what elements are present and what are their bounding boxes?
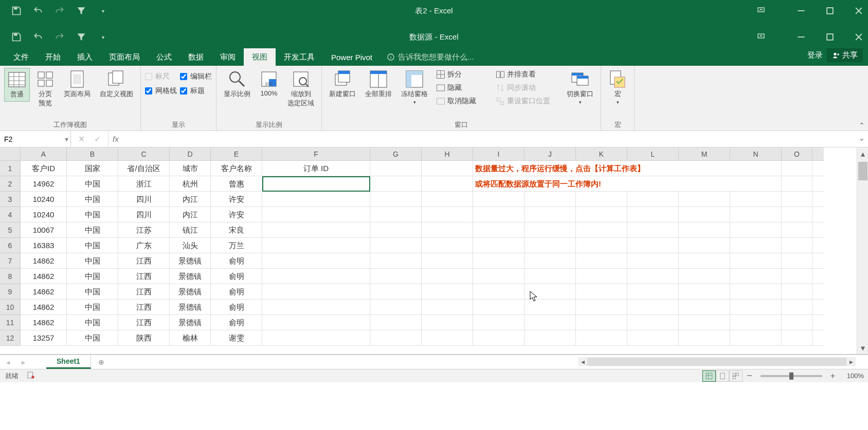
col-header[interactable]: G xyxy=(370,147,422,161)
cell[interactable]: 许安 xyxy=(211,192,262,207)
page-break-preview-button[interactable]: 分页 预览 xyxy=(33,68,58,110)
cell[interactable]: 俞明 xyxy=(211,269,262,284)
col-header[interactable]: F xyxy=(262,147,370,161)
new-window-button[interactable]: 新建窗口 xyxy=(326,68,359,101)
unhide-button[interactable]: 取消隐藏 xyxy=(434,96,491,107)
cell[interactable]: 镇江 xyxy=(170,222,211,238)
cell[interactable]: 江西 xyxy=(118,253,170,269)
zoom-in-button[interactable]: + xyxy=(830,371,835,381)
cell[interactable] xyxy=(262,238,370,253)
undo-icon[interactable] xyxy=(33,32,43,42)
tab-insert[interactable]: 插入 xyxy=(69,48,101,66)
ribbon-toggle-icon[interactable] xyxy=(757,32,765,42)
cell[interactable]: 广东 xyxy=(118,238,170,253)
cell[interactable]: 中国 xyxy=(67,330,118,346)
row-header[interactable]: 7 xyxy=(0,253,21,269)
hide-button[interactable]: 隐藏 xyxy=(434,82,491,94)
col-header[interactable]: A xyxy=(21,147,67,161)
cell[interactable]: 景德镇 xyxy=(170,269,211,284)
maximize-icon[interactable] xyxy=(825,6,835,16)
cell[interactable]: 订单 ID xyxy=(262,161,370,176)
cell[interactable]: 俞明 xyxy=(211,300,262,315)
cell[interactable]: 曾惠 xyxy=(211,176,262,192)
scroll-up-icon[interactable]: ▴ xyxy=(857,148,868,159)
tab-view[interactable]: 视图 xyxy=(244,48,276,66)
formula-bar-checkbox[interactable]: 编辑栏 xyxy=(180,72,212,81)
tab-file[interactable]: 文件 xyxy=(5,48,37,66)
spreadsheet-grid[interactable]: ABCDEFGHIJKLMNO1客户ID国家省/自治区城市客户名称订单 ID数据… xyxy=(0,147,868,354)
cell[interactable]: 客户名称 xyxy=(211,161,262,176)
tab-power-pivot[interactable]: Power Pivot xyxy=(323,48,381,66)
maximize-icon[interactable] xyxy=(825,32,835,42)
col-header[interactable]: C xyxy=(118,147,170,161)
cell[interactable]: 内江 xyxy=(170,192,211,207)
scroll-down-icon[interactable]: ▾ xyxy=(857,343,868,353)
cell[interactable]: 俞明 xyxy=(211,315,262,330)
cell[interactable]: 内江 xyxy=(170,207,211,222)
cell[interactable]: 中国 xyxy=(67,284,118,300)
cell[interactable]: 俞明 xyxy=(211,284,262,300)
cell[interactable]: 中国 xyxy=(67,300,118,315)
cell[interactable]: 14862 xyxy=(21,253,67,269)
scroll-thumb[interactable] xyxy=(858,162,867,180)
cell[interactable] xyxy=(262,192,370,207)
fx-icon[interactable]: fx xyxy=(109,131,123,147)
close-icon[interactable] xyxy=(854,6,864,16)
cell[interactable]: 榆林 xyxy=(170,330,211,346)
macros-button[interactable]: 宏 ▾ xyxy=(605,68,630,107)
cell[interactable]: 13257 xyxy=(21,330,67,346)
split-button[interactable]: 拆分 xyxy=(434,69,491,80)
save-icon[interactable] xyxy=(11,6,22,16)
minimize-icon[interactable] xyxy=(796,6,806,16)
row-header[interactable]: 4 xyxy=(0,207,21,222)
qat-dropdown-icon[interactable]: ▾ xyxy=(98,6,108,16)
tab-formulas[interactable]: 公式 xyxy=(148,48,180,66)
cell[interactable] xyxy=(262,222,370,238)
scroll-right-icon[interactable]: ▸ xyxy=(846,358,856,366)
cell[interactable]: 中国 xyxy=(67,176,118,192)
col-header[interactable]: I xyxy=(473,147,525,161)
formula-input[interactable] xyxy=(123,131,855,147)
cell[interactable]: 14862 xyxy=(21,284,67,300)
ribbon-toggle-icon[interactable] xyxy=(757,6,765,16)
side-by-side-button[interactable]: 并排查看 xyxy=(494,69,560,80)
share-button[interactable]: 共享 xyxy=(827,48,863,62)
redo-icon[interactable] xyxy=(55,6,65,16)
cell[interactable]: 四川 xyxy=(118,207,170,222)
qat-dropdown-icon[interactable]: ▾ xyxy=(98,32,108,42)
view-page-layout-button[interactable] xyxy=(716,370,729,382)
cell[interactable] xyxy=(262,284,370,300)
add-sheet-button[interactable]: ⊕ xyxy=(91,355,112,369)
row-header[interactable]: 2 xyxy=(0,176,21,192)
cell[interactable]: 江苏 xyxy=(118,222,170,238)
cell[interactable]: 14862 xyxy=(21,269,67,284)
switch-windows-button[interactable]: 切换窗口 ▾ xyxy=(564,68,596,107)
cell[interactable]: 宋良 xyxy=(211,222,262,238)
filter-icon[interactable] xyxy=(76,6,86,16)
cell[interactable]: 14862 xyxy=(21,300,67,315)
row-header[interactable]: 3 xyxy=(0,192,21,207)
undo-icon[interactable] xyxy=(33,6,43,16)
tab-review[interactable]: 审阅 xyxy=(212,48,244,66)
col-header[interactable]: N xyxy=(730,147,782,161)
cell[interactable]: 中国 xyxy=(67,207,118,222)
cell[interactable]: 浙江 xyxy=(118,176,170,192)
col-header[interactable]: H xyxy=(422,147,473,161)
sheet-nav-next-icon[interactable]: ▸ xyxy=(15,355,31,369)
tab-page-layout[interactable]: 页面布局 xyxy=(101,48,148,66)
cell[interactable]: 10240 xyxy=(21,207,67,222)
row-header[interactable]: 5 xyxy=(0,222,21,238)
view-page-break-button[interactable] xyxy=(729,370,743,382)
cell[interactable] xyxy=(262,315,370,330)
cell[interactable]: 国家 xyxy=(67,161,118,176)
ruler-checkbox[interactable]: 标尺 xyxy=(145,72,177,81)
cell[interactable]: 汕头 xyxy=(170,238,211,253)
macro-record-icon[interactable] xyxy=(27,371,35,381)
cell[interactable]: 中国 xyxy=(67,192,118,207)
cell[interactable] xyxy=(262,207,370,222)
name-box[interactable]: F2 ▾ xyxy=(0,131,71,147)
horizontal-scrollbar[interactable]: ◂ ▸ xyxy=(578,357,856,366)
cell[interactable]: 陕西 xyxy=(118,330,170,346)
minimize-icon[interactable] xyxy=(796,32,806,42)
cell[interactable]: 俞明 xyxy=(211,253,262,269)
